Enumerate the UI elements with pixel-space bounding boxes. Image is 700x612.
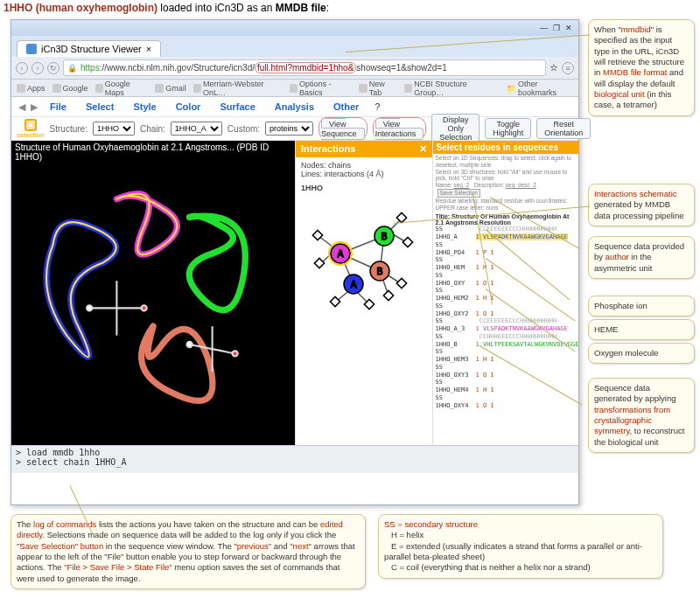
interactions-meta: Nodes: chains Lines: interactions (4 Å) … bbox=[296, 157, 432, 196]
address-bar-row: ‹ › ↻ 🔒 https://www.ncbi.nlm.nih.gov/Str… bbox=[11, 57, 578, 80]
reload-icon[interactable]: ↻ bbox=[47, 62, 60, 74]
callout-author: Sequence data provided by author in the … bbox=[588, 236, 695, 279]
svg-point-6 bbox=[186, 342, 192, 347]
bookmark-options[interactable]: Options - Basics bbox=[290, 80, 353, 97]
svg-text:A: A bbox=[338, 249, 344, 259]
back-icon[interactable]: ‹ bbox=[16, 62, 28, 74]
label-custom: Custom: bbox=[228, 124, 260, 134]
seq-row[interactable]: 1HHO_A_31 VLSPADKTNVKAAWGKVGAHAGE bbox=[433, 325, 578, 333]
view-interactions-button[interactable]: ViewInteractions bbox=[375, 118, 424, 140]
forward-icon[interactable]: › bbox=[32, 62, 44, 74]
minimize-icon[interactable]: — bbox=[540, 24, 548, 32]
callout-transforms: Sequence data generated by applying tran… bbox=[588, 378, 695, 453]
callout-oxy: Oxygen molecule bbox=[588, 343, 695, 364]
file-format: MMDB file bbox=[276, 2, 326, 14]
svg-point-7 bbox=[232, 351, 237, 356]
menu-other[interactable]: Other bbox=[325, 99, 368, 115]
menu-file[interactable]: File bbox=[41, 99, 75, 115]
next-icon[interactable]: ▶ bbox=[29, 101, 39, 113]
select-custom[interactable]: proteins bbox=[265, 122, 313, 136]
callout-mmdbid: When "mmdbid" is specified as the input … bbox=[588, 19, 695, 116]
menu-color[interactable]: Color bbox=[167, 99, 210, 115]
sequence-panel: Select residues in sequences Select on 1… bbox=[432, 141, 578, 445]
seq-row[interactable]: SS CCEEEEEECCCHHHHHHHHHH bbox=[433, 317, 578, 325]
command-log[interactable]: > load mmdb 1hho > select chain 1HHO_A bbox=[11, 445, 578, 473]
menu-analysis[interactable]: Analysis bbox=[266, 99, 323, 115]
seq-row[interactable]: 1HHO_HEM1 H 1 bbox=[433, 264, 578, 272]
address-bar[interactable]: 🔒 https://www.ncbi.nlm.nih.gov/Structure… bbox=[63, 59, 546, 76]
bookmark-mw[interactable]: Merriam-Webster OnL… bbox=[193, 80, 283, 97]
close-panel-icon[interactable]: ✕ bbox=[419, 143, 427, 155]
bookmarks-bar: Apps Google Google Maps Gmail Merriam-We… bbox=[11, 80, 578, 97]
browser-tab[interactable]: iCn3D Structure Viewer × bbox=[17, 40, 161, 57]
callout-log: The log of commands lists the actions yo… bbox=[10, 514, 366, 589]
interactions-panel: Interactions ✕ Nodes: chains Lines: inte… bbox=[295, 141, 432, 445]
window-titlebar: — ❐ ✕ bbox=[11, 20, 578, 36]
maximize-icon[interactable]: ❐ bbox=[553, 24, 560, 32]
bookmark-google[interactable]: Google bbox=[52, 84, 88, 93]
bookmark-newtab[interactable]: New Tab bbox=[359, 80, 396, 97]
select-structure[interactable]: 1HHO bbox=[93, 122, 135, 136]
toolbar: selection Structure: 1HHO Chain: 1HHO_A … bbox=[11, 116, 578, 141]
view-sequence-button[interactable]: ViewSequence bbox=[321, 118, 365, 140]
selection-icon[interactable] bbox=[24, 119, 37, 131]
log-line: > select chain 1HHO_A bbox=[16, 457, 574, 467]
sequence-header[interactable]: Select residues in sequences bbox=[433, 141, 578, 154]
bookmark-gmail[interactable]: Gmail bbox=[155, 84, 186, 93]
callout-heme: HEME bbox=[588, 319, 695, 340]
seq-row[interactable]: 1HHO_OXY21 O 1 bbox=[433, 310, 578, 318]
svg-text:A: A bbox=[351, 280, 357, 289]
browser-window: — ❐ ✕ iCn3D Structure Viewer × ‹ › ↻ 🔒 h… bbox=[10, 19, 579, 505]
prev-icon[interactable]: ◀ bbox=[17, 101, 27, 113]
seq-row[interactable]: 1HHO_HEM21 H 1 bbox=[433, 295, 578, 303]
toggle-highlight-button[interactable]: ToggleHighlight bbox=[485, 118, 531, 139]
menu-icon[interactable]: ≡ bbox=[562, 62, 574, 74]
svg-text:B: B bbox=[382, 232, 388, 241]
interactions-schematic[interactable]: A B A B bbox=[296, 196, 432, 322]
bookmark-maps[interactable]: Google Maps bbox=[95, 80, 149, 97]
svg-text:B: B bbox=[377, 267, 383, 276]
icn3d-app: ◀ ▶ File Select Style Color Surface Anal… bbox=[11, 97, 578, 504]
seq-row[interactable]: SS bbox=[433, 364, 578, 372]
interactions-header[interactable]: Interactions ✕ bbox=[296, 141, 432, 157]
bookmark-star-icon[interactable]: ☆ bbox=[550, 62, 558, 73]
other-bookmarks[interactable]: 📁 Other bookmarks bbox=[507, 80, 573, 97]
seq-row[interactable]: SS bbox=[433, 348, 578, 356]
svg-rect-36 bbox=[383, 290, 393, 300]
close-icon[interactable]: ✕ bbox=[565, 24, 572, 32]
seq-row[interactable]: 1HHO_PO41 P 1 bbox=[433, 249, 578, 257]
bookmark-ncbi[interactable]: NCBI Structure Group… bbox=[404, 80, 493, 97]
seq-row[interactable]: 1HHO_B1 VHLTPEEKSAVTALWGKVNVDEVGGEALGRLL bbox=[433, 341, 578, 349]
svg-rect-30 bbox=[314, 258, 324, 268]
seq-row[interactable]: SS bbox=[433, 394, 578, 402]
display-only-button[interactable]: Display OnlySelection bbox=[431, 114, 480, 143]
reset-orientation-button[interactable]: ResetOrientation bbox=[536, 118, 591, 139]
callout-ss: SS = secondary structure H = helix E = e… bbox=[378, 514, 663, 579]
log-line: > load mmdb 1hho bbox=[16, 448, 574, 457]
page-heading: 1HHO (human oxyhemoglobin) loaded into i… bbox=[0, 0, 700, 16]
menu-style[interactable]: Style bbox=[124, 99, 164, 115]
label-chain: Chain: bbox=[140, 124, 165, 134]
sequence-rows[interactable]: SS CCEEEEEECCCHHHHHHHHHH1HHO_A1 VLSPADKT… bbox=[433, 226, 578, 409]
seq-hint: Select on 1D Sequences: drag to select, … bbox=[433, 154, 578, 212]
lock-icon: 🔒 bbox=[67, 64, 77, 73]
apps-icon[interactable]: Apps bbox=[17, 84, 46, 93]
seq-row[interactable]: SS CCEEEEEECCCHHHHHHHHHH bbox=[433, 226, 578, 233]
seq-row[interactable]: 1HHO_OXY41 O 1 bbox=[433, 402, 578, 410]
seq-row[interactable]: 1HHO_OXY1 O 1 bbox=[433, 280, 578, 288]
seq-row[interactable]: 1HHO_OXY31 O 1 bbox=[433, 372, 578, 379]
label-structure: Structure: bbox=[50, 124, 88, 134]
structure-viewer[interactable]: Structure of Human Oxyhaemoglobin at 2.1… bbox=[11, 141, 295, 445]
pdb-id: 1HHO (human oxyhemoglobin) bbox=[4, 2, 158, 14]
save-selection-button[interactable]: Save Selection bbox=[438, 189, 480, 198]
seq-row[interactable]: SS bbox=[433, 379, 578, 386]
menu-help[interactable]: ? bbox=[369, 99, 385, 115]
menu-surface[interactable]: Surface bbox=[211, 99, 263, 115]
seq-row[interactable]: SS bbox=[433, 256, 578, 264]
select-chain[interactable]: 1HHO_A bbox=[171, 122, 222, 136]
svg-point-3 bbox=[141, 305, 146, 310]
tab-strip: iCn3D Structure Viewer × bbox=[11, 36, 578, 57]
menu-select[interactable]: Select bbox=[77, 99, 122, 115]
callout-schematic: Interactions schematic generated by MMDB… bbox=[588, 184, 695, 226]
close-tab-icon[interactable]: × bbox=[146, 44, 151, 54]
